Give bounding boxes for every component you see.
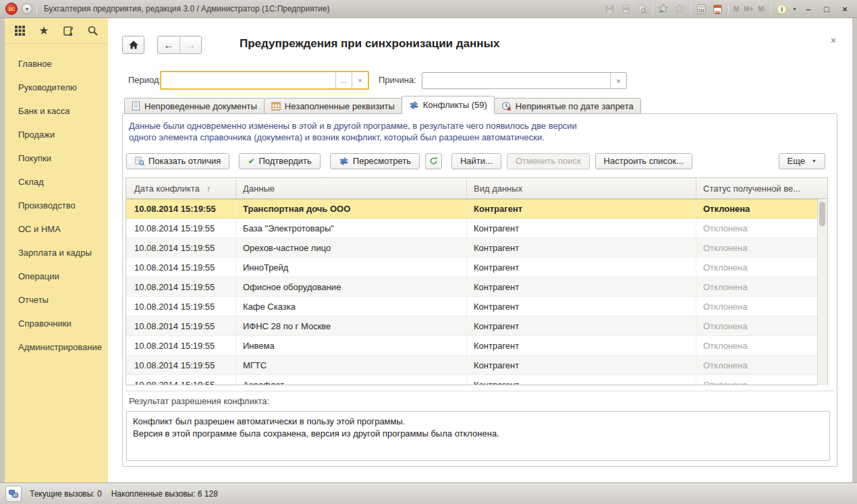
find-button[interactable]: Найти... [451, 153, 501, 169]
sidebar-item-otchety[interactable]: Отчеты [5, 288, 108, 312]
column-header-kind[interactable]: Вид данных [467, 178, 696, 198]
sidebar-toolbar: ★ [5, 18, 108, 44]
confirm-button[interactable]: ✔ Подтвердить [239, 153, 320, 169]
column-header-data[interactable]: Данные [236, 178, 467, 198]
reason-clear-button[interactable]: × [610, 73, 626, 88]
sidebar-item-sklad[interactable]: Склад [5, 170, 108, 194]
table-row[interactable]: 10.08.2014 15:19:55 ИнноТрейд Контрагент… [126, 258, 827, 277]
print-icon[interactable] [620, 3, 632, 15]
button-label: Показать отличия [148, 156, 221, 166]
print-preview-icon[interactable] [636, 3, 648, 15]
back-button[interactable]: ← [158, 36, 179, 53]
forward-button[interactable]: → [179, 36, 201, 53]
memory-m-button[interactable]: M [734, 5, 739, 13]
cell-kind: Контрагент [467, 219, 696, 237]
tab-unposted-documents[interactable]: Непроведенные документы [124, 98, 265, 114]
period-picker-button[interactable]: ... [335, 72, 352, 88]
tab-conflicts[interactable]: Конфликты (59) [402, 96, 495, 114]
cell-status: Отклонена [696, 277, 808, 296]
form-close-icon[interactable]: × [831, 35, 836, 46]
cancel-search-button[interactable]: Отменить поиск [507, 153, 590, 169]
memory-mminus-button[interactable]: M- [758, 5, 766, 13]
column-label: Статус полученной ве... [703, 184, 800, 194]
sidebar-item-os-i-nma[interactable]: ОС и НМА [5, 217, 108, 241]
chevron-down-icon: ▼ [812, 159, 817, 163]
cell-kind: Контрагент [467, 336, 696, 355]
sidebar-item-zarplata-i-kadry[interactable]: Зарплата и кадры [5, 241, 108, 264]
save-icon[interactable] [604, 3, 615, 15]
sidebar-item-glavnoe[interactable]: Главное [5, 52, 108, 76]
configure-list-button[interactable]: Настроить список... [595, 153, 692, 169]
table-row[interactable]: 10.08.2014 15:19:55 Транспортная дочь ОО… [126, 199, 827, 219]
table-row[interactable]: 10.08.2014 15:19:55 МГТС Контрагент Откл… [126, 356, 827, 375]
minimize-button[interactable]: – [802, 4, 815, 14]
sidebar-item-bank-i-kassa[interactable]: Банк и касса [5, 99, 108, 123]
sidebar-item-pokupki[interactable]: Покупки [5, 146, 108, 170]
more-button[interactable]: Еще ▼ [779, 153, 825, 169]
favorites-star-icon[interactable]: ★ [38, 25, 49, 36]
close-button[interactable]: × [838, 4, 852, 14]
button-label: Отменить поиск [516, 156, 581, 166]
review-button[interactable]: Пересмотреть [330, 153, 420, 169]
sections-grid-icon[interactable] [14, 25, 26, 36]
titlebar: 1С ▼ Бухгалтерия предприятия, редакция 3… [0, 0, 857, 18]
reason-input[interactable] [422, 73, 610, 88]
maximize-button[interactable]: □ [820, 4, 833, 14]
sidebar-item-operacii[interactable]: Операции [5, 264, 108, 288]
column-header-date[interactable]: Дата конфликта ↑ [126, 178, 236, 198]
cell-data: Транспортная дочь ООО [236, 200, 467, 218]
refresh-button[interactable] [425, 153, 442, 169]
sidebar: ★ Главное Руководителю Банк и касса Прод… [5, 18, 108, 482]
button-label: Еще [787, 156, 805, 166]
show-differences-button[interactable]: Показать отличия [126, 153, 229, 169]
table-row-partial[interactable]: 10.08.2014 15:19:55 Аэрофлот Контрагент … [126, 375, 827, 385]
system-menu-dropdown[interactable]: ▼ [22, 3, 32, 14]
button-label: Пересмотреть [353, 156, 411, 166]
cell-date: 10.08.2014 15:19:55 [126, 219, 236, 237]
home-button[interactable] [122, 36, 144, 54]
cell-data: Орехов-частное лицо [236, 238, 467, 257]
period-input[interactable] [161, 72, 335, 88]
table-row[interactable]: 10.08.2014 15:19:55 Кафе Сказка Контраге… [126, 297, 827, 316]
info-dropdown-icon[interactable]: ▼ [792, 7, 797, 11]
sidebar-item-rukovoditelyu[interactable]: Руководителю [5, 76, 108, 99]
tab-rejected-by-date[interactable]: Непринятые по дате запрета [494, 98, 641, 114]
tab-label: Непроведенные документы [144, 101, 257, 111]
cell-date: 10.08.2014 15:19:55 [126, 200, 236, 218]
clock-denied-icon [501, 101, 512, 111]
table-row[interactable]: 10.08.2014 15:19:55 ИФНС 28 по г Москве … [126, 316, 827, 336]
vertical-scrollbar[interactable] [817, 199, 827, 385]
table-row[interactable]: 10.08.2014 15:19:55 Офисное оборудование… [126, 277, 827, 297]
memory-mplus-button[interactable]: M+ [744, 5, 753, 13]
cell-status: Отклонена [696, 297, 808, 316]
calendar-icon[interactable]: 31 [712, 3, 723, 15]
result-text-box[interactable]: Конфликт был разрешен автоматически в по… [126, 411, 830, 461]
period-clear-button[interactable]: × [352, 72, 368, 88]
sidebar-item-administrirovanie[interactable]: Администрирование [5, 335, 108, 359]
info-icon[interactable]: i [776, 3, 787, 15]
history-scroll-icon[interactable] [62, 25, 74, 37]
divider [36, 3, 37, 14]
table-row[interactable]: 10.08.2014 15:19:55 Инвема Контрагент От… [126, 336, 827, 356]
sidebar-item-spravochniki[interactable]: Справочники [5, 312, 108, 335]
add-to-favorites-icon[interactable] [658, 3, 669, 15]
sort-ascending-icon: ↑ [206, 184, 211, 194]
sidebar-item-prodazhi[interactable]: Продажи [5, 123, 108, 146]
column-header-status[interactable]: Статус полученной ве... [696, 178, 819, 198]
sidebar-item-proizvodstvo[interactable]: Производство [5, 194, 108, 217]
info-text-line2: одного элемента справочника (документа) … [129, 132, 545, 142]
splitter-handle[interactable] [126, 391, 833, 391]
calculator-icon[interactable] [696, 3, 707, 15]
table-header: Дата конфликта ↑ Данные Вид данных Стату… [126, 178, 827, 199]
calendar-day-label: 31 [712, 10, 723, 15]
tab-unfilled-attributes[interactable]: Незаполненные реквизиты [264, 98, 402, 114]
scrollbar-thumb[interactable] [819, 202, 825, 226]
favorites-icon[interactable] [674, 3, 686, 15]
1c-logo-icon[interactable]: 1С [5, 3, 18, 15]
divider [771, 3, 771, 14]
server-calls-icon[interactable] [5, 486, 22, 502]
table-row[interactable]: 10.08.2014 15:19:55 База "Электротовары"… [126, 219, 827, 238]
table-row[interactable]: 10.08.2014 15:19:55 Орехов-частное лицо … [126, 238, 827, 258]
document-icon [132, 101, 140, 111]
search-icon[interactable] [87, 25, 99, 36]
